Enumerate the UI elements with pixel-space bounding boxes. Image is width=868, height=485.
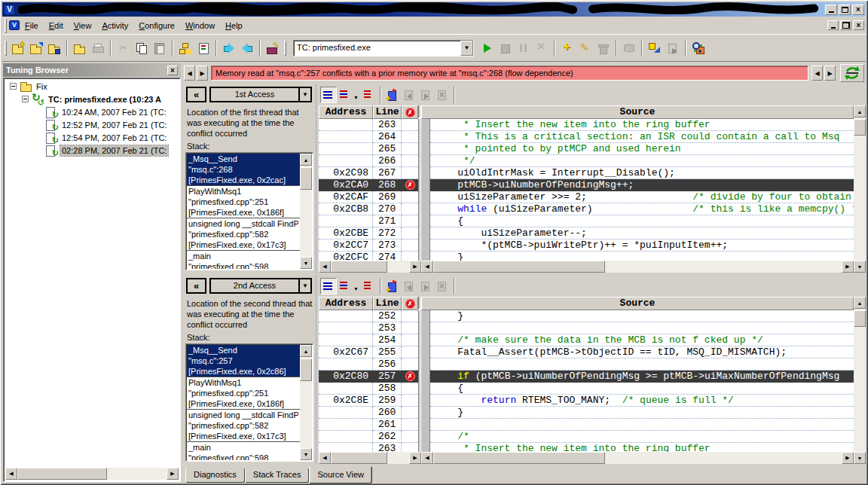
chevron-down-icon[interactable]: ▼ (298, 279, 310, 292)
code-search-button[interactable] (689, 39, 708, 57)
scroll-left-icon[interactable]: ◀ (319, 261, 331, 273)
add-bookmark-button[interactable]: + (384, 87, 401, 103)
source-row[interactable]: 0x2CFC274 } (319, 252, 854, 261)
mdi-close-button[interactable]: × (853, 20, 864, 30)
scroll-right-icon[interactable]: ▶ (409, 261, 421, 273)
clear-bookmarks-button[interactable] (434, 87, 451, 103)
title-bar[interactable]: V × (2, 2, 866, 17)
scroll-left-icon[interactable]: ◀ (5, 468, 17, 480)
stack-frame-line[interactable]: [PrimesFixed.exe, 0x17c3] (188, 431, 298, 441)
view-mixed-button[interactable] (337, 278, 353, 294)
stack-frame-line[interactable]: [PrimesFixed.exe, 0x186f] (188, 398, 298, 409)
tab-source-view[interactable]: Source View (309, 467, 372, 483)
source-row[interactable]: 258 { (319, 383, 854, 395)
close-button[interactable]: × (852, 5, 864, 15)
access-selector-combobox[interactable]: 1st Access▼ (209, 87, 312, 102)
prev-bookmark-button[interactable] (401, 278, 417, 294)
back-button[interactable] (238, 39, 256, 57)
scrollbar-thumb[interactable] (854, 119, 866, 136)
add-button[interactable] (558, 39, 576, 57)
source-horizontal-scrollbar[interactable]: ◀▶ (421, 452, 854, 464)
stack-frame-line[interactable]: [PrimesFixed.exe, 0x186f] (188, 207, 298, 218)
source-row[interactable]: 265 * pointed to by ptMCP and used herei… (319, 143, 854, 155)
source-row[interactable]: 0x2C67255 Fatal__Assert(ptMCB->tObjectID… (319, 346, 854, 358)
menu-configure[interactable]: Configure (133, 19, 180, 32)
maximize-button[interactable] (839, 5, 851, 15)
scrollbar-thumb[interactable] (331, 452, 387, 464)
copy-button[interactable] (133, 39, 151, 57)
stack-frame-line[interactable]: [PrimesFixed.exe, 0x2c86] (188, 366, 298, 377)
scroll-right-icon[interactable]: ▶ (409, 452, 421, 464)
clear-bookmarks-button[interactable] (434, 278, 451, 294)
stack-frame-line[interactable]: "primesfixed.cpp":251 (188, 197, 298, 207)
stack-frame-line[interactable]: [PrimesFixed.exe, 0x2cac] (188, 175, 298, 185)
access-selector-combobox[interactable]: 2nd Access▼ (209, 278, 312, 294)
cut-button[interactable] (115, 39, 133, 57)
stack-frame-line[interactable]: _main (188, 251, 298, 261)
activity-combobox[interactable]: TC: primesfixed.exe ▼ (293, 40, 474, 56)
next-bookmark-button[interactable] (417, 278, 434, 294)
scrollbar-thumb[interactable] (331, 261, 387, 273)
stack-frame[interactable]: unsigned long __stdcall FindPr"primesfix… (187, 218, 300, 250)
scrollbar-track[interactable] (433, 452, 842, 464)
source-row[interactable]: 0x2CBE272 uiSizeParameter--; (319, 227, 854, 239)
view-source-button[interactable] (320, 87, 337, 103)
tree-item[interactable]: TC: primesfixed.exe (10:23 A (5, 93, 179, 105)
stack-frame[interactable]: _main"primesfixed.cpp":598 (187, 250, 300, 269)
stack-frame-line[interactable]: PlayWithMsq1 (188, 377, 298, 388)
source-row[interactable]: 263 * Insert the new item into the ring … (319, 119, 854, 131)
scroll-down-icon[interactable]: ▼ (300, 257, 312, 269)
stack-frame-line[interactable]: "primesfixed.cpp":598 (188, 261, 298, 269)
source-row[interactable]: 0x2C98267 uiOldIntrMask = Interrupt__Dis… (319, 167, 854, 179)
source-row[interactable]: 260 } (319, 407, 854, 419)
mdi-restore-button[interactable] (840, 20, 851, 30)
stack-vertical-scrollbar[interactable]: ▲▼ (300, 154, 312, 269)
source-row[interactable]: 264 * This is a critical section: an ISR… (319, 131, 854, 143)
scroll-up-icon[interactable]: ▲ (300, 154, 312, 166)
menu-window[interactable]: Window (180, 19, 220, 32)
paste-button[interactable] (151, 39, 169, 57)
stack-frame-line[interactable]: _Msq__Send (188, 345, 298, 355)
scroll-left-icon[interactable]: ◀ (319, 452, 331, 464)
tree-item[interactable]: 02:28 PM, 2007 Feb 21 (TC: (5, 144, 179, 157)
scroll-left-icon[interactable]: ◀ (421, 261, 433, 273)
source-row[interactable]: 256 (319, 358, 854, 371)
print-button[interactable] (89, 39, 107, 57)
source-row[interactable]: 0x2CA0268✗ ptMCB->uiNumberOfPendingMsg++… (319, 179, 854, 191)
address-column-header[interactable]: Address (319, 297, 373, 310)
scrollbar-track[interactable] (433, 261, 842, 273)
add-bookmark-button[interactable]: + (384, 278, 401, 294)
stack-frame-line[interactable]: unsigned long __stdcall FindPr (188, 410, 298, 420)
source-row[interactable]: 266 */ (319, 155, 854, 167)
tree-item[interactable]: 12:52 PM, 2007 Feb 21 (TC: (5, 118, 179, 131)
stop-button[interactable] (497, 39, 515, 57)
scrollbar-thumb[interactable] (433, 452, 605, 464)
source-vertical-scrollbar[interactable]: ▲▼ (854, 105, 866, 273)
save-activity-button[interactable] (45, 39, 63, 57)
forward-button[interactable] (220, 39, 238, 57)
export-button[interactable] (664, 39, 682, 57)
view-source-button[interactable] (320, 278, 337, 294)
view-asm-button[interactable] (360, 87, 377, 103)
delete-button[interactable] (594, 39, 613, 57)
scroll-down-icon[interactable]: ▼ (854, 452, 866, 464)
source-row[interactable]: 263 * Insert the new item into the ring … (319, 443, 854, 452)
source-horizontal-scrollbar[interactable]: ◀▶ (421, 261, 854, 273)
cancel-button[interactable] (533, 39, 551, 57)
source-row[interactable]: 254 /* make sure the data in the MCB is … (319, 334, 854, 346)
columns-horizontal-scrollbar[interactable]: ◀▶ (319, 452, 421, 464)
stack-frame-line[interactable]: "primesfixed.cpp":582 (188, 420, 298, 431)
source-row[interactable]: 0x2CB8270 while (uiSizeParameter) /* thi… (319, 203, 854, 215)
scrollbar-thumb[interactable] (300, 167, 312, 190)
menu-edit[interactable]: Edit (44, 19, 69, 32)
new-activity-button[interactable] (9, 39, 27, 57)
tree-item[interactable]: 10:24 AM, 2007 Feb 21 (TC: (5, 105, 179, 118)
scrollbar-track[interactable] (331, 261, 409, 273)
stack-frame-line[interactable]: "primesfixed.cpp":582 (188, 229, 298, 239)
scroll-up-icon[interactable]: ▲ (854, 297, 866, 309)
menu-grip[interactable] (5, 18, 7, 33)
scrollbar-thumb[interactable] (17, 468, 107, 480)
line-column-header[interactable]: Line (373, 105, 402, 119)
address-column-header[interactable]: Address (319, 105, 373, 119)
columns-horizontal-scrollbar[interactable]: ◀▶ (319, 261, 421, 273)
